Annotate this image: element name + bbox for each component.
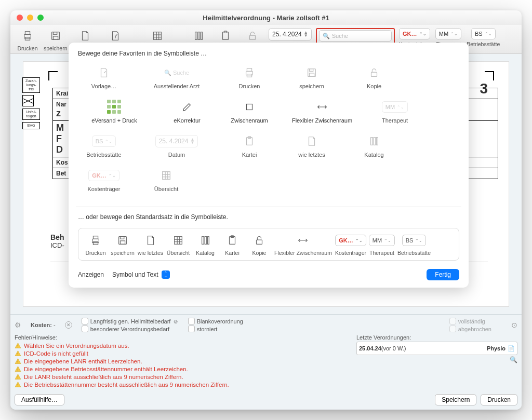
svg-rect-40 xyxy=(371,138,373,145)
catalog-icon xyxy=(191,28,206,44)
fav-datum[interactable]: 25. 4.2024 ▲▼Datum xyxy=(140,133,213,167)
fav-wie-letztes[interactable]: wie letztes xyxy=(286,133,338,167)
more-icon[interactable]: ⊙ xyxy=(511,321,517,329)
titlebar: Heilmittelverordnung - Marie zollsoft #1 xyxy=(10,10,522,25)
fav-ausst-arzt[interactable]: 🔍 SucheAusstellender Arzt xyxy=(140,64,213,99)
def-wie-letztes[interactable]: wie letztes xyxy=(138,233,163,256)
uebersicht-icon xyxy=(161,167,172,184)
svg-rect-41 xyxy=(374,138,376,145)
chk[interactable]: storniert xyxy=(188,326,243,332)
warning-icon xyxy=(15,358,21,364)
svg-rect-16 xyxy=(250,35,256,39)
modal-default-intro: … oder bewege den Standardsatz in die Sy… xyxy=(78,213,459,221)
ther-icon: MM ⌃⌄ xyxy=(374,233,390,248)
form-number: 3 xyxy=(480,80,488,97)
svg-rect-31 xyxy=(247,74,251,77)
chk[interactable]: Langfristig gen. Heilmittelbedarf ☺ xyxy=(82,318,179,324)
chevron-updown-icon: ⌃⌄ xyxy=(162,270,170,279)
side-tags: Zuzah-lungs-frei Unfall-folgen BVG xyxy=(22,77,40,129)
def-uebersicht[interactable]: Übersicht xyxy=(166,233,190,256)
show-mode-select[interactable]: Symbol und Text ⌃⌄ xyxy=(108,269,173,280)
warning-icon xyxy=(15,373,21,380)
svg-rect-33 xyxy=(309,69,313,72)
fav-betriebs[interactable]: BS ⌃⌄Betriebsstätte xyxy=(78,133,130,167)
zwischenraum-icon xyxy=(244,99,255,115)
kostentraeger-icon: GK… ⌃⌄ xyxy=(88,167,119,184)
search-input[interactable]: 🔍 Suche xyxy=(319,30,392,42)
printer-icon xyxy=(20,28,35,44)
svg-rect-61 xyxy=(208,237,209,245)
footer: ⚙ Kosten: - ✕ Langfristig gen. Heilmitte… xyxy=(10,314,522,410)
def-speichern[interactable]: speichern xyxy=(111,233,135,256)
fav-kopie[interactable]: Kopie xyxy=(348,64,400,99)
error-line: Wählen Sie ein Verordnungsdatum aus. xyxy=(15,342,351,349)
last-panel: Letzte Verordnungen: 25.04.24(vor 0 W.) … xyxy=(356,334,517,389)
stepper-icon[interactable]: ▲▼ xyxy=(304,31,308,37)
fav-drucken[interactable]: Drucken xyxy=(223,64,275,99)
fav-label: Kostenträger xyxy=(88,186,121,193)
tag[interactable]: BVG xyxy=(22,122,40,129)
fav-vorlage[interactable]: Vorlage… xyxy=(78,64,130,99)
gear-icon[interactable]: ⚙ xyxy=(15,321,21,329)
info-icon[interactable]: ✕ xyxy=(65,321,72,329)
flex-icon xyxy=(295,233,311,248)
betriebs-icon: BS ⌃⌄ xyxy=(92,133,116,150)
therapeut-icon: MM ⌃⌄ xyxy=(382,99,408,115)
fav-label: eKorrektur xyxy=(174,117,200,124)
fav-uebersicht[interactable]: Übersicht xyxy=(140,167,192,201)
footer-row-1: ⚙ Kosten: - ✕ Langfristig gen. Heilmitte… xyxy=(15,318,517,332)
save-button[interactable]: Speichern xyxy=(435,394,476,405)
errors-panel: Fehler/Hinweise: Wählen Sie ein Verordnu… xyxy=(15,334,351,389)
drucken-icon xyxy=(88,233,103,248)
chevron-down-icon: ⌃⌄ xyxy=(485,32,492,36)
show-label: Anzeigen xyxy=(78,271,104,278)
tb-betriebsstaette[interactable]: BS⌃⌄ Betriebsstätte xyxy=(466,28,501,47)
tb-speichern[interactable]: speichern xyxy=(43,28,69,51)
flex-zwischen-icon xyxy=(316,99,328,115)
fav-therapeut[interactable]: MM ⌃⌄Therapeut xyxy=(369,99,421,133)
kartei-icon xyxy=(244,133,255,150)
bottom-bar: Ausfüllhilfe… Speichern Drucken xyxy=(15,394,517,405)
kost-icon: GK… ⌃⌄ xyxy=(343,233,358,248)
def-kost[interactable]: GK… ⌃⌄Kostenträger xyxy=(335,233,366,256)
chk[interactable]: Blankoverordnung xyxy=(188,318,243,324)
fav-katalog[interactable]: Katalog xyxy=(348,133,400,167)
ausst-arzt-icon: 🔍 Suche xyxy=(164,64,189,81)
search-icon[interactable]: 🔍 xyxy=(510,356,517,363)
def-flex[interactable]: Flexibler Zwischenraum xyxy=(274,233,332,256)
help-button[interactable]: Ausfüllhilfe… xyxy=(15,394,64,405)
fav-ekorrektur[interactable]: eKorrektur xyxy=(161,99,213,133)
svg-rect-2 xyxy=(25,37,30,40)
fav-label: Betriebsstätte xyxy=(86,152,121,158)
def-katalog[interactable]: Katalog xyxy=(193,233,217,256)
fav-label: Kartei xyxy=(242,152,257,158)
betr-icon: BS ⌃⌄ xyxy=(406,233,422,248)
tb-drucken[interactable]: Drucken xyxy=(16,28,39,51)
fav-flex-zwischen[interactable]: Flexibler Zwischenraum xyxy=(286,99,358,133)
fav-kostentraeger[interactable]: GK… ⌃⌄Kostenträger xyxy=(78,167,130,201)
chk[interactable]: besonderer Verordnungsbedarf xyxy=(82,326,179,332)
default-toolbar-set[interactable]: Druckenspeichernwie letztesÜbersichtKata… xyxy=(78,228,459,261)
fav-zwischenraum[interactable]: Zwischenraum xyxy=(223,99,275,133)
last-row[interactable]: 25.04.24(vor 0 W.) Physio 📄 xyxy=(356,342,517,355)
speichern-icon xyxy=(115,233,130,248)
tag[interactable]: Unfall-folgen xyxy=(22,109,40,120)
fav-kartei[interactable]: Kartei xyxy=(223,133,275,167)
def-drucken[interactable]: Drucken xyxy=(84,233,108,256)
def-kartei[interactable]: Kartei xyxy=(220,233,244,256)
fav-speichern[interactable]: speichern xyxy=(286,64,338,99)
def-ther[interactable]: MM ⌃⌄Therapeut xyxy=(369,233,394,256)
tag[interactable]: Zuzah-lungs-frei xyxy=(22,77,40,93)
print-button[interactable]: Drucken xyxy=(481,394,517,405)
def-kopie[interactable]: Kopie xyxy=(247,233,271,256)
fav-label: Flexibler Zwischenraum xyxy=(292,117,352,124)
svg-rect-36 xyxy=(247,104,252,110)
fav-label: Drucken xyxy=(239,83,260,90)
date-value[interactable]: 25. 4.2024 xyxy=(272,31,302,38)
done-button[interactable]: Fertig xyxy=(427,269,459,280)
unlock-icon xyxy=(245,28,260,44)
def-betr[interactable]: BS ⌃⌄Betriebsstätte xyxy=(397,233,431,256)
fav-eversand[interactable]: eVersand + Druck xyxy=(78,99,151,133)
tag-x[interactable] xyxy=(22,95,34,106)
doc-icon[interactable]: 📄 xyxy=(508,345,515,352)
